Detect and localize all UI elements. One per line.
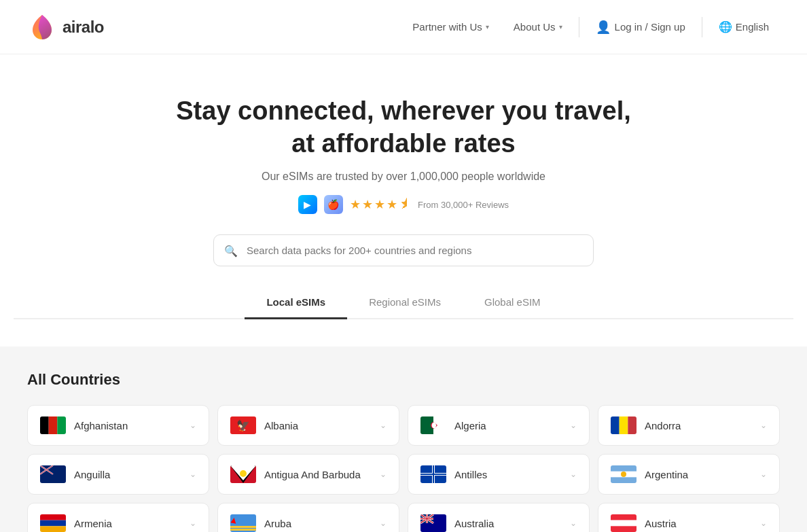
logo-text: airalo [62, 18, 104, 37]
hero-section: Stay connected, wherever you travel, at … [0, 54, 807, 347]
hero-subtext: Our eSIMs are trusted by over 1,000,000 … [14, 171, 793, 183]
star-1: ★ [350, 197, 361, 212]
countries-grid: Afghanistan⌄🦅Albania⌄Algeria⌄Andorra⌄Ang… [27, 405, 780, 532]
person-icon: 👤 [596, 20, 611, 35]
countries-section: All Countries Afghanistan⌄🦅Albania⌄Alger… [0, 347, 807, 532]
country-chevron-icon: ⌄ [570, 421, 577, 430]
svg-text:🦅: 🦅 [236, 419, 250, 432]
flag-icon [230, 514, 256, 532]
flag-icon [230, 465, 256, 483]
svg-rect-32 [40, 514, 66, 520]
country-name: Austria [645, 518, 677, 529]
country-chevron-icon: ⌄ [380, 518, 387, 528]
country-name: Argentina [645, 469, 688, 480]
star-rating: ★ ★ ★ ★ ⯨ [350, 197, 411, 212]
flag-icon [40, 416, 66, 434]
partner-label: Partner with Us [412, 21, 482, 33]
tab-local-esims[interactable]: Local eSIMs [245, 287, 347, 319]
star-3: ★ [374, 197, 385, 212]
country-left: Armenia [40, 514, 112, 532]
country-left: Argentina [611, 465, 688, 483]
country-card[interactable]: Armenia⌄ [27, 503, 209, 532]
language-nav-item[interactable]: 🌐 English [708, 15, 780, 39]
star-4: ★ [387, 197, 397, 212]
country-card[interactable]: Argentina⌄ [598, 454, 780, 495]
country-left: Andorra [611, 416, 681, 434]
about-chevron-icon: ▾ [559, 23, 562, 31]
country-name: Afghanistan [74, 420, 128, 431]
header: airalo Partner with Us ▾ About Us ▾ 👤 Lo… [0, 0, 807, 54]
nav-separator-2 [702, 17, 702, 37]
search-input[interactable] [213, 234, 594, 266]
partner-nav-item[interactable]: Partner with Us ▾ [401, 16, 500, 38]
flag-icon [611, 514, 636, 532]
section-title: All Countries [27, 371, 780, 389]
country-chevron-icon: ⌄ [380, 469, 387, 479]
flag-icon [40, 514, 66, 532]
nav-separator [579, 17, 579, 37]
flag-icon [420, 465, 446, 483]
country-card[interactable]: Aruba⌄ [217, 503, 399, 532]
search-container: 🔍 [213, 234, 594, 266]
app-store-icon: 🍎 [324, 195, 343, 214]
country-card[interactable]: Andorra⌄ [598, 405, 780, 446]
svg-rect-33 [40, 520, 66, 527]
svg-rect-12 [620, 416, 628, 434]
play-store-icon: ▶ [298, 195, 317, 214]
flag-icon [611, 416, 636, 434]
reviews-text: From 30,000+ Reviews [418, 200, 509, 210]
store-ratings: ▶ 🍎 ★ ★ ★ ★ ⯨ From 30,000+ Reviews [14, 195, 793, 214]
svg-rect-11 [611, 416, 620, 434]
country-chevron-icon: ⌄ [760, 518, 767, 528]
svg-rect-51 [611, 526, 636, 532]
star-5-half: ⯨ [399, 197, 411, 212]
country-left: Australia [420, 514, 494, 532]
svg-rect-50 [611, 520, 636, 527]
country-left: Aruba [230, 514, 291, 532]
flag-icon: 🦅 [230, 416, 256, 434]
svg-rect-13 [628, 416, 636, 434]
country-card[interactable]: 🦅Albania⌄ [217, 405, 399, 446]
country-chevron-icon: ⌄ [190, 518, 196, 528]
country-card[interactable]: Afghanistan⌄ [27, 405, 209, 446]
svg-point-23 [240, 470, 247, 477]
country-name: Anguilla [74, 469, 110, 480]
country-chevron-icon: ⌄ [760, 421, 767, 430]
country-left: Antigua And Barbuda [230, 465, 361, 483]
country-left: Algeria [420, 416, 486, 434]
tab-global-esim[interactable]: Global eSIM [463, 287, 562, 319]
country-name: Armenia [74, 518, 112, 529]
flag-icon [611, 465, 636, 483]
login-label: Log in / Sign up [615, 21, 685, 33]
country-name: Antilles [454, 469, 487, 480]
search-icon: 🔍 [224, 244, 238, 257]
globe-icon: 🌐 [719, 20, 732, 33]
country-card[interactable]: Antigua And Barbuda⌄ [217, 454, 399, 495]
tab-regional-esims[interactable]: Regional eSIMs [347, 287, 463, 319]
country-chevron-icon: ⌄ [760, 469, 767, 479]
nav-right: Partner with Us ▾ About Us ▾ 👤 Log in / … [401, 14, 780, 40]
country-card[interactable]: Anguilla⌄ [27, 454, 209, 495]
country-left: Anguilla [40, 465, 110, 483]
svg-rect-2 [57, 416, 66, 434]
country-chevron-icon: ⌄ [380, 421, 387, 430]
logo-icon [27, 12, 57, 42]
country-name: Australia [454, 518, 494, 529]
country-card[interactable]: Australia⌄ [408, 503, 590, 532]
svg-rect-34 [40, 526, 66, 532]
svg-rect-37 [230, 529, 256, 531]
language-label: English [736, 21, 769, 33]
svg-rect-36 [230, 526, 256, 528]
country-left: Afghanistan [40, 416, 128, 434]
country-card[interactable]: Antilles⌄ [408, 454, 590, 495]
svg-point-31 [621, 472, 626, 477]
about-nav-item[interactable]: About Us ▾ [503, 16, 573, 38]
country-card[interactable]: Algeria⌄ [408, 405, 590, 446]
country-card[interactable]: Austria⌄ [598, 503, 780, 532]
country-left: Antilles [420, 465, 487, 483]
login-nav-item[interactable]: 👤 Log in / Sign up [585, 14, 696, 40]
country-chevron-icon: ⌄ [190, 469, 196, 479]
logo[interactable]: airalo [27, 12, 104, 42]
country-left: 🦅Albania [230, 416, 298, 434]
country-chevron-icon: ⌄ [570, 518, 577, 528]
